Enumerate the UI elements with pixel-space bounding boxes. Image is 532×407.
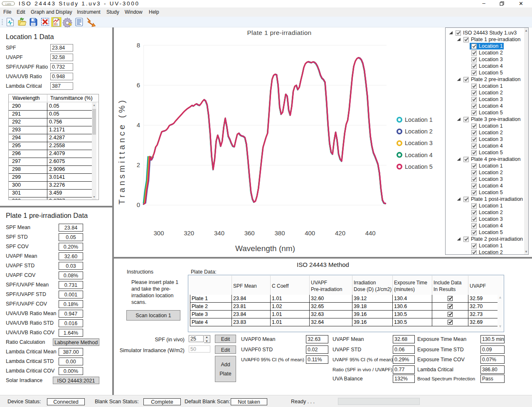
svg-text:400: 400 <box>305 229 315 237</box>
svg-text:Location 2: Location 2 <box>405 128 433 135</box>
svg-text:0: 0 <box>137 201 140 208</box>
svg-text:Location 5: Location 5 <box>405 163 433 170</box>
svg-text:300: 300 <box>153 229 164 237</box>
svg-text:2: 2 <box>137 161 140 168</box>
svg-text:420: 420 <box>335 229 345 237</box>
svg-text:Labs: Labs <box>5 2 12 5</box>
svg-text:4: 4 <box>137 121 140 128</box>
svg-text:Transmittance (%): Transmittance (%) <box>117 98 126 205</box>
svg-text:Location 4: Location 4 <box>405 152 433 158</box>
svg-text:Location 3: Location 3 <box>405 140 433 146</box>
svg-text:360: 360 <box>244 229 255 237</box>
svg-text:8: 8 <box>137 42 140 49</box>
svg-text:Location 1: Location 1 <box>405 116 433 123</box>
svg-text:340: 340 <box>214 229 224 237</box>
svg-text:320: 320 <box>184 229 194 237</box>
svg-text:Wavelength (nm): Wavelength (nm) <box>235 244 295 253</box>
svg-text:Plate 1 pre-irradiation: Plate 1 pre-irradiation <box>247 29 311 36</box>
svg-text:380: 380 <box>274 229 285 237</box>
svg-text:6: 6 <box>137 81 140 89</box>
svg-text:440: 440 <box>365 229 376 237</box>
